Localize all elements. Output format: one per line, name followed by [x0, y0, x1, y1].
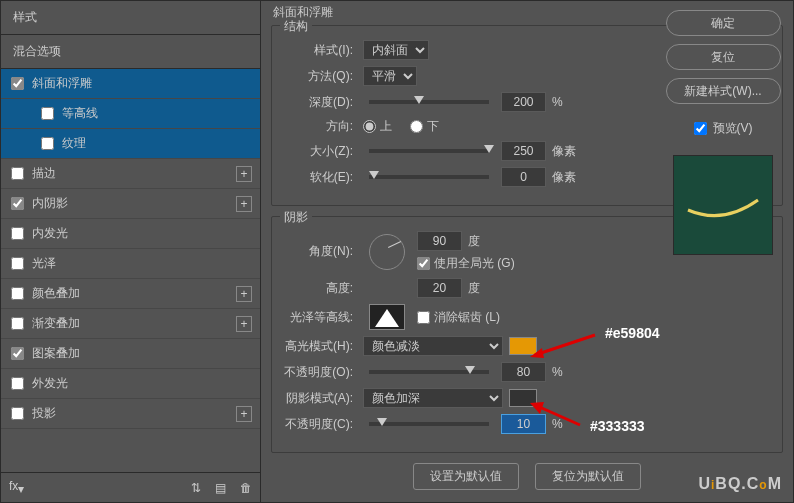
contour-label: 光泽等高线:	[282, 309, 357, 326]
sidebar-header-style: 样式	[1, 1, 260, 35]
global-light-checkbox[interactable]	[417, 257, 430, 270]
effect-item-10[interactable]: 外发光	[1, 369, 260, 399]
effect-label: 内发光	[32, 225, 68, 242]
add-effect-icon[interactable]: +	[236, 196, 252, 212]
effect-label: 外发光	[32, 375, 68, 392]
effect-item-7[interactable]: 颜色叠加+	[1, 279, 260, 309]
effect-checkbox[interactable]	[41, 137, 54, 150]
effect-item-8[interactable]: 渐变叠加+	[1, 309, 260, 339]
reset-button[interactable]: 复位	[666, 44, 781, 70]
soften-label: 软化(E):	[282, 169, 357, 186]
effect-item-3[interactable]: 描边+	[1, 159, 260, 189]
effect-item-4[interactable]: 内阴影+	[1, 189, 260, 219]
hilite-opacity-slider[interactable]	[369, 370, 489, 374]
structure-title: 结构	[280, 18, 312, 35]
effect-checkbox[interactable]	[11, 227, 24, 240]
depth-slider[interactable]	[369, 100, 489, 104]
trash-icon[interactable]: 🗑	[240, 481, 252, 495]
antialias-checkbox[interactable]	[417, 311, 430, 324]
size-label: 大小(Z):	[282, 143, 357, 160]
shadow-title: 阴影	[280, 209, 312, 226]
new-icon[interactable]: ▤	[215, 481, 226, 495]
new-style-button[interactable]: 新建样式(W)...	[666, 78, 781, 104]
effect-item-0[interactable]: 斜面和浮雕	[1, 69, 260, 99]
hilite-mode-select[interactable]: 颜色减淡	[363, 336, 503, 356]
effect-label: 等高线	[62, 105, 98, 122]
effect-checkbox[interactable]	[11, 77, 24, 90]
effect-item-1[interactable]: 等高线	[1, 99, 260, 129]
soften-input[interactable]	[501, 167, 546, 187]
style-select[interactable]: 内斜面	[363, 40, 429, 60]
effects-list: 斜面和浮雕等高线纹理描边+内阴影+内发光光泽颜色叠加+渐变叠加+图案叠加外发光投…	[1, 69, 260, 472]
altitude-input[interactable]	[417, 278, 462, 298]
effect-label: 斜面和浮雕	[32, 75, 92, 92]
reset-default-button[interactable]: 复位为默认值	[535, 463, 641, 490]
effect-label: 渐变叠加	[32, 315, 80, 332]
effect-checkbox[interactable]	[11, 377, 24, 390]
effect-item-9[interactable]: 图案叠加	[1, 339, 260, 369]
svg-rect-0	[678, 160, 768, 250]
depth-input[interactable]	[501, 92, 546, 112]
shadow-opacity-input[interactable]	[501, 414, 546, 434]
effect-checkbox[interactable]	[41, 107, 54, 120]
depth-unit: %	[552, 95, 563, 109]
size-input[interactable]	[501, 141, 546, 161]
add-effect-icon[interactable]: +	[236, 166, 252, 182]
shadow-mode-select[interactable]: 颜色加深	[363, 388, 503, 408]
shadow-color-swatch[interactable]	[509, 389, 537, 407]
shadow-opacity-slider[interactable]	[369, 422, 489, 426]
effect-item-5[interactable]: 内发光	[1, 219, 260, 249]
effect-label: 光泽	[32, 255, 56, 272]
effect-item-6[interactable]: 光泽	[1, 249, 260, 279]
angle-input[interactable]	[417, 231, 462, 251]
angle-unit: 度	[468, 233, 480, 250]
method-select[interactable]: 平滑	[363, 66, 417, 86]
ok-button[interactable]: 确定	[666, 10, 781, 36]
effect-checkbox[interactable]	[11, 197, 24, 210]
add-effect-icon[interactable]: +	[236, 286, 252, 302]
add-effect-icon[interactable]: +	[236, 316, 252, 332]
effect-label: 颜色叠加	[32, 285, 80, 302]
angle-dial[interactable]	[369, 234, 405, 270]
effect-checkbox[interactable]	[11, 167, 24, 180]
soften-unit: 像素	[552, 169, 576, 186]
effect-checkbox[interactable]	[11, 317, 24, 330]
depth-label: 深度(D):	[282, 94, 357, 111]
angle-label: 角度(N):	[282, 243, 357, 260]
altitude-label: 高度:	[282, 280, 357, 297]
effect-item-11[interactable]: 投影+	[1, 399, 260, 429]
hilite-opacity-input[interactable]	[501, 362, 546, 382]
effect-label: 内阴影	[32, 195, 68, 212]
method-label: 方法(Q):	[282, 68, 357, 85]
arrow-up-down-icon[interactable]: ⇅	[191, 481, 201, 495]
hilite-mode-label: 高光模式(H):	[282, 338, 357, 355]
effect-label: 描边	[32, 165, 56, 182]
preview-checkbox[interactable]	[694, 122, 707, 135]
add-effect-icon[interactable]: +	[236, 406, 252, 422]
effect-item-2[interactable]: 纹理	[1, 129, 260, 159]
fx-menu[interactable]: fx▾	[9, 479, 24, 496]
effect-label: 纹理	[62, 135, 86, 152]
soften-slider[interactable]	[369, 175, 489, 179]
effect-checkbox[interactable]	[11, 287, 24, 300]
preview-thumbnail	[673, 155, 773, 255]
hilite-opacity-label: 不透明度(O):	[282, 364, 357, 381]
effect-label: 投影	[32, 405, 56, 422]
hilite-color-swatch[interactable]	[509, 337, 537, 355]
effect-checkbox[interactable]	[11, 407, 24, 420]
sidebar-header-blend[interactable]: 混合选项	[1, 35, 260, 69]
shadow-opacity-label: 不透明度(C):	[282, 416, 357, 433]
effect-checkbox[interactable]	[11, 347, 24, 360]
hilite-opacity-unit: %	[552, 365, 563, 379]
sidebar-footer: fx▾ ⇅ ▤ 🗑	[1, 472, 260, 502]
direction-up-radio[interactable]	[363, 120, 376, 133]
effect-checkbox[interactable]	[11, 257, 24, 270]
styles-sidebar: 样式 混合选项 斜面和浮雕等高线纹理描边+内阴影+内发光光泽颜色叠加+渐变叠加+…	[1, 1, 261, 502]
direction-down-radio[interactable]	[410, 120, 423, 133]
set-default-button[interactable]: 设置为默认值	[413, 463, 519, 490]
size-slider[interactable]	[369, 149, 489, 153]
effect-label: 图案叠加	[32, 345, 80, 362]
direction-label: 方向:	[282, 118, 357, 135]
style-label: 样式(I):	[282, 42, 357, 59]
contour-picker[interactable]	[369, 304, 405, 330]
